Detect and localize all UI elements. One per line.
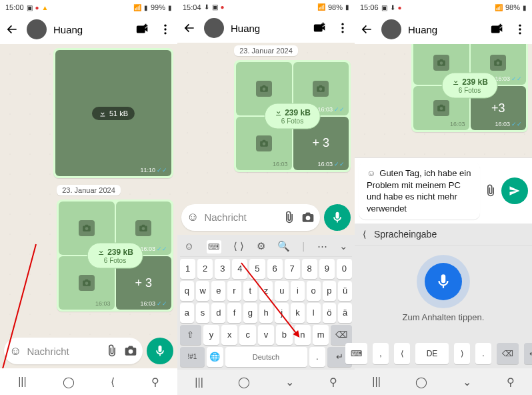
image-message[interactable]: 51 kB 11:10✓✓ (53, 48, 173, 178)
key[interactable]: 3 (215, 259, 230, 279)
key-enter[interactable]: ↵ (524, 343, 532, 364)
attach-icon[interactable] (484, 184, 497, 198)
contact-name[interactable]: Huang (408, 24, 483, 35)
camera-icon[interactable] (301, 211, 315, 224)
home-button[interactable]: ◯ (238, 376, 250, 388)
image-grid-message[interactable]: 16:03✓✓ 16:03 + 3 16:03✓✓ 239 kB 6 Fotos (57, 200, 173, 312)
key[interactable]: b (276, 325, 292, 345)
key[interactable]: p (323, 281, 337, 301)
key[interactable]: ö (323, 303, 337, 323)
key-symbols[interactable]: !#1 (180, 347, 205, 367)
key[interactable]: g (243, 303, 257, 323)
recents-button[interactable]: ||| (18, 376, 26, 388)
key-period[interactable]: . (309, 347, 326, 367)
key-shift[interactable]: ⇧ (180, 325, 201, 345)
contact-name[interactable]: Huang (231, 23, 305, 34)
voice-button[interactable] (324, 204, 351, 231)
key[interactable]: o (307, 281, 321, 301)
key[interactable]: x (221, 325, 237, 345)
home-button[interactable]: ◯ (415, 376, 427, 388)
download-pill[interactable]: 51 kB (92, 107, 135, 120)
camera-icon[interactable] (124, 344, 137, 358)
accessibility-button[interactable]: ⚲ (329, 376, 337, 388)
key[interactable]: s (196, 303, 210, 323)
emoji-icon[interactable]: ☺ (9, 344, 21, 358)
key[interactable]: 2 (197, 259, 213, 279)
kb-expand-icon[interactable]: ⟨ ⟩ (233, 240, 244, 254)
key[interactable]: r (227, 281, 241, 301)
key[interactable]: ü (338, 281, 352, 301)
kb-emoji-icon[interactable]: ☺ (184, 240, 194, 254)
key[interactable]: w (196, 281, 210, 301)
key-lang-prev[interactable]: ⟨ (394, 343, 410, 364)
menu-button[interactable] (512, 21, 528, 37)
key[interactable]: t (243, 281, 257, 301)
voice-transcript-bubble[interactable]: ☺ Guten Tag, ich habe ein Problem mit me… (359, 162, 480, 220)
video-call-button[interactable] (489, 21, 505, 37)
key[interactable]: q (180, 281, 194, 301)
download-pill[interactable]: 239 kB 6 Fotos (441, 73, 498, 99)
key[interactable]: z (259, 281, 273, 301)
avatar[interactable] (204, 18, 224, 38)
avatar[interactable] (27, 19, 47, 39)
key-backspace[interactable]: ⌫ (331, 325, 352, 345)
menu-button[interactable] (335, 20, 351, 36)
accessibility-button[interactable]: ⚲ (151, 376, 159, 388)
accessibility-button[interactable]: ⚲ (507, 376, 515, 388)
back-button[interactable] (4, 21, 20, 37)
attach-icon[interactable] (283, 211, 296, 224)
key[interactable]: e (211, 281, 225, 301)
key-keyboard-icon[interactable]: ⌨ (345, 343, 367, 364)
key-comma[interactable]: , (373, 343, 389, 364)
key[interactable]: 1 (180, 259, 195, 279)
video-call-button[interactable] (312, 20, 328, 36)
attach-icon[interactable] (105, 344, 119, 358)
download-pill[interactable]: 239 kB 6 Fotos (264, 103, 321, 129)
key[interactable]: y (203, 325, 219, 345)
key-lang[interactable]: 🌐 (207, 347, 223, 367)
key[interactable]: 6 (267, 259, 283, 279)
image-grid-message[interactable]: 16:03✓✓ 16:03 + 316:03✓✓ 239 kB 6 Fotos (234, 60, 351, 172)
key-space[interactable]: Deutsch (225, 347, 307, 367)
back-button-nav[interactable]: ⟨ (111, 376, 115, 388)
image-grid-message[interactable]: 16:03✓✓ 16:03 +316:03✓✓ 239 kB 6 Fotos (411, 44, 528, 132)
key-lang[interactable]: DE (415, 343, 449, 364)
kb-search-icon[interactable]: 🔍 (277, 240, 290, 254)
key[interactable]: 7 (285, 259, 300, 279)
key[interactable]: 8 (302, 259, 317, 279)
voice-mic-button[interactable] (425, 263, 462, 300)
download-pill[interactable]: 239 kB 6 Fotos (87, 243, 143, 269)
kb-settings-icon[interactable]: ⚙ (257, 240, 265, 254)
key-backspace[interactable]: ⌫ (497, 343, 519, 364)
recents-button[interactable]: ||| (372, 376, 380, 388)
key[interactable]: d (211, 303, 225, 323)
kb-keyboard-icon[interactable]: ⌨ (207, 240, 221, 254)
voice-button[interactable] (147, 338, 173, 364)
kb-more-icon[interactable]: ⋯ (317, 240, 327, 254)
back-button[interactable] (181, 20, 197, 36)
key[interactable]: f (227, 303, 241, 323)
key[interactable]: ä (338, 303, 352, 323)
keyboard-hide-button[interactable]: ⌄ (285, 376, 294, 388)
emoji-icon[interactable]: ☺ (367, 167, 375, 179)
key[interactable]: 9 (319, 259, 335, 279)
key[interactable]: i (291, 281, 305, 301)
key[interactable]: c (239, 325, 255, 345)
home-button[interactable]: ◯ (63, 376, 75, 388)
emoji-icon[interactable]: ☺ (187, 210, 199, 224)
keyboard-hide-button[interactable]: ⌄ (463, 376, 471, 388)
back-button[interactable] (359, 21, 375, 37)
key[interactable]: k (291, 303, 305, 323)
contact-name[interactable]: Huang (53, 24, 128, 35)
key[interactable]: m (313, 325, 329, 345)
key[interactable]: h (259, 303, 273, 323)
key-period[interactable]: . (475, 343, 491, 364)
key[interactable]: l (307, 303, 321, 323)
key[interactable]: a (180, 303, 194, 323)
menu-button[interactable] (157, 21, 173, 37)
key[interactable]: v (258, 325, 274, 345)
video-call-button[interactable] (135, 21, 151, 37)
avatar[interactable] (381, 19, 401, 39)
key[interactable]: u (275, 281, 289, 301)
message-input[interactable]: ☺ Nachricht (181, 204, 320, 231)
